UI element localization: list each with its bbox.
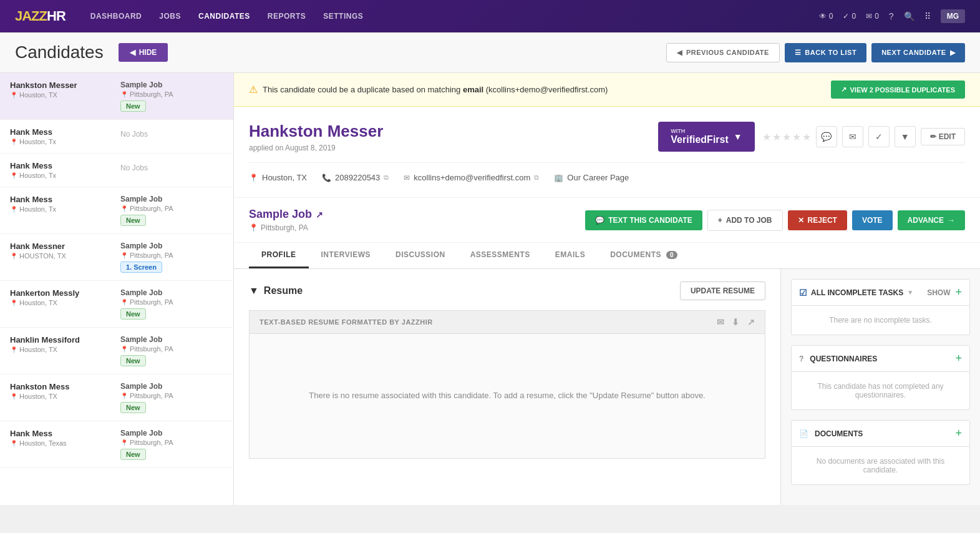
copy-phone-icon[interactable]: ⧉ [384,174,389,182]
reject-button[interactable]: ✕ REJECT [788,210,847,230]
help-button[interactable]: ? [889,11,894,21]
job-title[interactable]: Sample Job ↗ [249,208,323,221]
list-item[interactable]: Hank Mess 📍Houston, Tx No Jobs [0,120,233,154]
candidates-sidebar: Hankston Messer 📍Houston, TX Sample Job … [0,73,234,505]
resume-actions: ✉ ⬇ ↗ [717,317,755,327]
advance-button[interactable]: ADVANCE → [898,210,965,230]
copy-email-icon[interactable]: ⧉ [534,174,539,182]
tasks-title: ALL INCOMPLETE TASKS [811,288,903,297]
tab-emails[interactable]: EMAILS [543,243,598,268]
nav-right: 👁 0 ✓ 0 ✉ 0 ? 🔍 ⠿ MG [819,9,965,23]
view-duplicates-button[interactable]: ↗ VIEW 2 POSSIBLE DUPLICATES [831,81,966,99]
more-actions-button[interactable]: ▼ [895,126,916,147]
checkmarks-group[interactable]: ✓ 0 [843,12,856,21]
alert-message: This candidate could be a duplicate base… [263,85,608,94]
grid-button[interactable]: ⠿ [924,11,931,21]
star-rating[interactable]: ★ ★ ★ ★ ★ [762,131,811,143]
text-candidate-button[interactable]: 💬 TEXT THIS CANDIDATE [585,210,702,230]
star-4[interactable]: ★ [792,131,801,143]
list-item[interactable]: Hankston Mess 📍Houston, TX Sample Job 📍P… [0,374,233,421]
star-5[interactable]: ★ [802,131,811,143]
email-button[interactable]: ✉ [842,126,863,147]
arrow-right-icon: → [948,216,955,225]
candidate-detail: Hankston Messer applied on August 8, 201… [234,107,980,197]
candidate-location: 📍Houston, Tx [10,172,113,179]
messages-group[interactable]: ✉ 0 [866,12,879,21]
user-menu-button[interactable]: MG [941,9,965,23]
tab-discussion[interactable]: DISCUSSION [383,243,458,268]
candidate-location: 📍Houston, Tx [10,138,113,145]
job-name: Sample Job [120,288,223,297]
status-badge: New [120,355,146,366]
tab-documents[interactable]: DOCUMENTS 0 [598,243,690,268]
job-location: 📍Pittsburgh, PA [120,90,223,98]
job-location: 📍Pittsburgh, PA [120,345,223,353]
star-3[interactable]: ★ [782,131,791,143]
tasks-section-header[interactable]: ☑ ALL INCOMPLETE TASKS ▼ SHOW + [791,279,970,306]
list-item[interactable]: Hanklin Messiford 📍Houston, TX Sample Jo… [0,328,233,374]
views-group[interactable]: 👁 0 [819,12,833,21]
pencil-icon: ✏ [930,132,936,141]
logo[interactable]: JAZZHR [15,8,65,24]
show-link[interactable]: SHOW [927,288,950,297]
message-icon: ✉ [866,12,872,21]
alert-text: ⚠ This candidate could be a duplicate ba… [249,84,608,95]
add-to-job-button[interactable]: + ADD TO JOB [707,210,783,231]
tab-interviews[interactable]: INTERVIEWS [309,243,383,268]
questionnaires-section-header[interactable]: ? QUESTIONNAIRES + [791,345,970,372]
nav-settings[interactable]: SETTINGS [323,12,363,21]
list-item[interactable]: Hankerton Messly 📍Houston, TX Sample Job… [0,281,233,328]
search-button[interactable]: 🔍 [904,11,915,21]
nav-dashboard[interactable]: DASHBOARD [90,12,142,21]
plus-icon: + [718,216,722,225]
comment-button[interactable]: 💬 [816,126,837,147]
status-badge: New [120,449,146,460]
back-to-list-button[interactable]: ☰ BACK TO LIST [785,43,866,62]
external-link-icon: ↗ [316,210,323,220]
download-resume-icon[interactable]: ⬇ [732,317,740,327]
add-document-button[interactable]: + [955,427,962,440]
nav-jobs[interactable]: JOBS [159,12,181,21]
expand-resume-icon[interactable]: ↗ [747,317,755,327]
job-location: 📍Pittsburgh, PA [120,392,223,399]
verified-first-button[interactable]: WITH VerifiedFirst ▼ [658,122,754,152]
job-name: Sample Job [120,195,223,203]
documents-body: No documents are associated with this ca… [791,447,970,485]
list-item[interactable]: Hankston Messer 📍Houston, TX Sample Job … [0,73,233,120]
add-task-button[interactable]: + [955,286,962,299]
phone-info: 📞 2089220543 ⧉ [322,173,389,182]
profile-content: ▼ Resume UPDATE RESUME TEXT-BASED RESUME… [234,269,980,505]
star-2[interactable]: ★ [772,131,781,143]
tab-assessments[interactable]: ASSESSMENTS [458,243,543,268]
resume-title: ▼ Resume [249,285,303,296]
list-item[interactable]: Hank Messner 📍HOUSTON, TX Sample Job 📍Pi… [0,234,233,281]
top-navigation: JAZZHR DASHBOARD JOBS CANDIDATES REPORTS… [0,0,980,32]
add-questionnaire-button[interactable]: + [955,352,962,365]
prev-candidate-button[interactable]: ◀ PREVIOUS CANDIDATE [666,43,779,62]
nav-reports[interactable]: REPORTS [268,12,306,21]
questionnaires-title: QUESTIONNAIRES [810,355,877,363]
next-candidate-button[interactable]: NEXT CANDIDATE ▶ [871,43,965,62]
candidate-name: Hankston Messer [10,81,113,90]
source-info: 🏢 Our Career Page [554,173,629,182]
update-resume-button[interactable]: UPDATE RESUME [680,281,765,300]
documents-section-header[interactable]: 📄 DOCUMENTS + [791,420,970,447]
duplicate-alert: ⚠ This candidate could be a duplicate ba… [234,73,980,107]
hide-button[interactable]: ◀ HIDE [119,43,168,62]
edit-button[interactable]: ✏ EDIT [921,128,965,145]
status-badge: New [120,402,146,413]
candidate-name: Hankerton Messly [10,288,113,298]
star-1[interactable]: ★ [762,131,771,143]
email-info: ✉ kcollins+demo@verifiedfirst.com ⧉ [404,173,539,182]
candidate-location: 📍Houston, Tx [10,205,113,213]
vote-button[interactable]: VOTE [852,210,893,230]
tab-profile[interactable]: PROFILE [249,243,309,268]
email-resume-icon[interactable]: ✉ [717,317,725,327]
share-button[interactable]: ✓ [868,126,890,147]
list-item[interactable]: Hank Mess 📍Houston, Texas Sample Job 📍Pi… [0,421,233,468]
candidate-actions: ★ ★ ★ ★ ★ 💬 ✉ ✓ ▼ ✏ EDIT [762,126,965,147]
list-item[interactable]: Hank Mess 📍Houston, Tx No Jobs [0,154,233,187]
list-item[interactable]: Hank Mess 📍Houston, Tx Sample Job 📍Pitts… [0,187,233,234]
candidate-name: Hank Mess [10,127,113,137]
nav-candidates[interactable]: CANDIDATES [198,12,250,21]
